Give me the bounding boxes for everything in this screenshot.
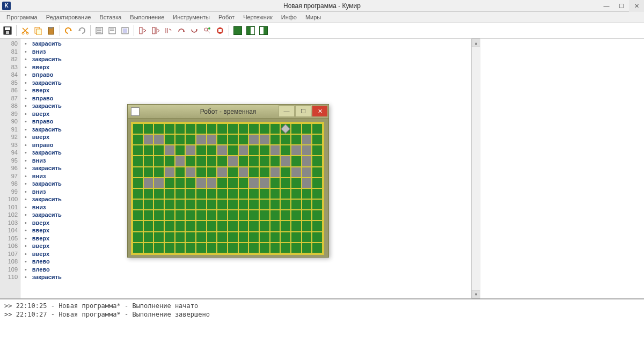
grid-cell — [248, 123, 259, 134]
tool-1-icon[interactable] — [94, 25, 105, 36]
layout-2-icon[interactable] — [245, 25, 256, 36]
grid-cell — [133, 123, 143, 134]
redo-icon[interactable] — [76, 25, 87, 36]
editor-scrollbar[interactable]: ▴ ▾ — [471, 39, 480, 298]
grid-cell — [153, 123, 164, 134]
grid-cell — [248, 178, 259, 188]
code-line[interactable]: закрасить — [25, 40, 480, 48]
grid-cell — [228, 199, 238, 210]
grid-cell — [302, 123, 312, 134]
minimize-button[interactable]: — — [599, 0, 614, 12]
grid-cell — [228, 156, 238, 166]
tool-3-icon[interactable] — [120, 25, 130, 36]
close-button[interactable]: ✕ — [629, 0, 644, 12]
grid-cell — [302, 210, 312, 221]
step-icon[interactable] — [163, 25, 174, 36]
undo-icon[interactable] — [63, 25, 74, 36]
menu-робот[interactable]: Робот — [214, 13, 239, 21]
code-line[interactable]: вправо — [25, 71, 480, 79]
scroll-down-icon[interactable]: ▾ — [472, 290, 480, 298]
grid-cell — [185, 188, 196, 199]
grid-cell — [196, 156, 207, 166]
menu-инфо[interactable]: Инфо — [277, 13, 301, 21]
grid-cell — [175, 134, 186, 145]
grid-cell — [259, 178, 270, 188]
line-number: 86 — [0, 86, 20, 94]
grid-cell — [207, 156, 217, 166]
line-number: 107 — [0, 250, 20, 258]
copy-icon[interactable] — [33, 25, 43, 36]
code-line[interactable]: закрасить — [25, 55, 480, 63]
grid-cell — [217, 243, 228, 253]
grid-cell — [185, 221, 196, 231]
grid-cell — [312, 188, 323, 199]
paste-icon[interactable] — [46, 25, 56, 36]
grid-cell — [185, 156, 196, 166]
line-number: 98 — [0, 180, 20, 188]
grid-cell — [280, 210, 291, 221]
debug-icon[interactable] — [150, 25, 161, 36]
code-line[interactable]: влево — [25, 258, 480, 266]
run-icon[interactable] — [137, 25, 148, 36]
layout-3-icon[interactable] — [258, 25, 269, 36]
grid-cell — [248, 156, 259, 166]
step-over-icon[interactable] — [176, 25, 187, 36]
line-number: 81 — [0, 48, 20, 56]
grid-cell — [185, 243, 196, 253]
grid-cell — [238, 178, 249, 188]
svg-rect-8 — [49, 27, 53, 28]
step-out-icon[interactable] — [202, 25, 213, 36]
grid-cell — [248, 188, 259, 199]
code-line[interactable]: влево — [25, 266, 480, 274]
code-line[interactable]: закрасить — [25, 273, 480, 281]
menu-миры[interactable]: Миры — [301, 13, 325, 21]
grid-cell — [280, 134, 291, 145]
menu-программа[interactable]: Программа — [2, 13, 42, 21]
menu-редактирование[interactable]: Редактирование — [42, 13, 96, 21]
robot-minimize-button[interactable]: — — [279, 105, 295, 117]
grid-cell — [164, 188, 175, 199]
grid-cell — [280, 221, 291, 231]
grid-cell — [196, 199, 207, 210]
code-line[interactable]: закрасить — [25, 79, 480, 87]
code-line[interactable]: вверх — [25, 63, 480, 71]
grid-cell — [133, 221, 143, 231]
grid-cell — [133, 134, 143, 145]
stop-icon[interactable] — [215, 25, 225, 36]
tool-2-icon[interactable] — [107, 25, 118, 36]
grid-cell — [302, 221, 312, 231]
line-number: 90 — [0, 118, 20, 126]
code-line[interactable]: вправо — [25, 94, 480, 102]
cut-icon[interactable] — [20, 25, 31, 36]
robot-close-button[interactable]: ✕ — [312, 105, 328, 117]
layout-1-icon[interactable] — [232, 25, 243, 36]
save-icon[interactable] — [2, 25, 13, 36]
menu-вставка[interactable]: Вставка — [95, 13, 126, 21]
robot-window[interactable]: Робот - временная — ☐ ✕ — [127, 104, 329, 258]
menu-выполнение[interactable]: Выполнение — [126, 13, 169, 21]
grid-cell — [228, 134, 238, 145]
line-number: 101 — [0, 203, 20, 211]
grid-cell — [270, 167, 281, 178]
console-line: >> 22:10:27 - Новая программа* - Выполне… — [4, 310, 640, 319]
robot-maximize-button[interactable]: ☐ — [295, 105, 311, 117]
grid-cell — [133, 167, 143, 178]
scroll-up-icon[interactable]: ▴ — [472, 39, 480, 47]
grid-cell — [312, 167, 323, 178]
code-line[interactable]: вверх — [25, 86, 480, 94]
grid-cell — [153, 145, 164, 156]
grid-cell — [153, 243, 164, 253]
maximize-button[interactable]: ☐ — [614, 0, 629, 12]
line-number: 92 — [0, 133, 20, 141]
grid-cell — [270, 156, 281, 166]
step-into-icon[interactable] — [189, 25, 200, 36]
svg-rect-1 — [5, 27, 10, 30]
grid-cell — [207, 199, 217, 210]
grid-cell — [280, 123, 291, 134]
grid-cell — [302, 199, 312, 210]
menu-чертежник[interactable]: Чертежник — [239, 13, 277, 21]
grid-cell — [175, 145, 186, 156]
code-line[interactable]: вниз — [25, 48, 480, 56]
menu-инструменты[interactable]: Инструменты — [169, 13, 214, 21]
grid-cell — [185, 123, 196, 134]
